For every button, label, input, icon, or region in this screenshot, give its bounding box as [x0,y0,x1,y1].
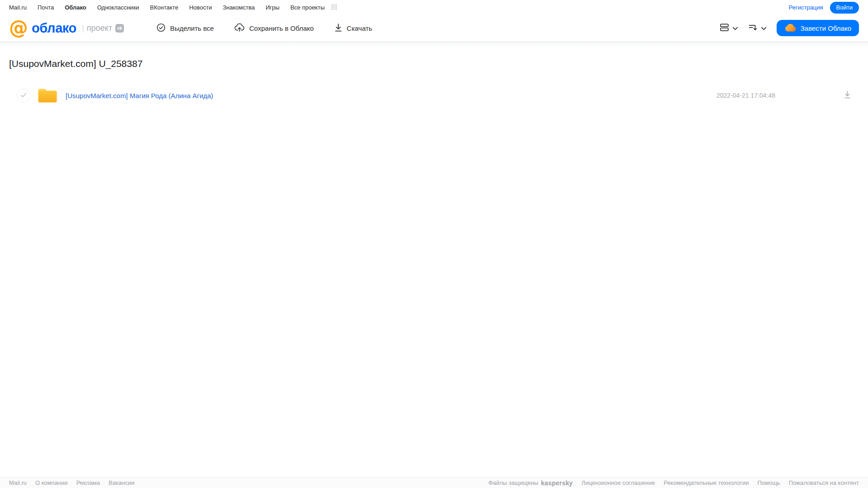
kaspersky-logo[interactable]: kaspersky [541,479,573,487]
get-cloud-label: Завести Облако [801,24,851,32]
cloud-logo-icon [784,23,797,33]
nav-link-mail[interactable]: Почта [38,4,54,11]
sort-icon [748,23,758,33]
portal-auth: Регистрация Войти [789,2,859,14]
row-checkbox[interactable] [17,89,30,102]
vk-badge-icon: vk [115,24,124,33]
nav-link-all-projects[interactable]: Все проекты [290,4,325,11]
list-view-icon [720,23,729,33]
page-title: [UsupovMarket.com] U_258387 [9,58,859,69]
login-button[interactable]: Войти [830,2,859,14]
logo-separator: | [82,23,84,33]
protected-label: Файлы защищены [489,479,538,486]
footer-link-help[interactable]: Помощь [757,479,780,486]
sort-dropdown[interactable] [748,23,767,33]
row-download-button[interactable] [843,90,852,100]
grid-dots-icon [331,4,337,11]
header-shadow [0,41,868,47]
download-icon [334,23,342,33]
footer-link-license[interactable]: Лицензионное соглашение [581,479,655,486]
header-right-controls: Завести Облако [720,20,859,36]
nav-link-news[interactable]: Новости [189,4,212,11]
footer-link-recommendation-tech[interactable]: Рекомендательные технологии [664,479,749,486]
download-label: Скачать [347,24,372,32]
portal-navbar: Mail.ru Почта Облако Одноклассники ВКонт… [0,0,868,15]
download-icon [843,90,852,100]
save-to-cloud-label: Сохранить в Облако [249,24,314,32]
nav-link-mailru[interactable]: Mail.ru [9,4,27,11]
nav-link-vkontakte[interactable]: ВКонтакте [150,4,179,11]
file-actions-toolbar: Выделить все Сохранить в Облако Скачать [157,23,372,33]
footer-link-jobs[interactable]: Вакансии [109,479,134,486]
footer-link-mailru[interactable]: Mail.ru [9,479,27,486]
nav-link-games[interactable]: Игры [266,4,280,11]
checkmark-icon [20,91,27,99]
select-all-label: Выделить все [170,24,214,32]
check-circle-icon [157,23,166,33]
footer: Mail.ru О компании Реклама Вакансии Файл… [0,477,868,488]
mailru-at-icon: @ [9,19,28,37]
app-header: @ облако | проект vk Выделить все Сохран… [0,15,868,41]
chevron-down-icon [761,25,767,32]
footer-left-links: Mail.ru О компании Реклама Вакансии [9,479,134,486]
view-mode-dropdown[interactable] [720,23,738,33]
save-to-cloud-button[interactable]: Сохранить в Облако [234,23,314,33]
logo-project-label: проект [87,24,112,33]
kaspersky-protection: Файлы защищены kaspersky [489,479,573,487]
file-row[interactable]: [UsupovMarket.com] Магия Рода (Алина Аги… [9,85,859,106]
download-button[interactable]: Скачать [334,23,372,33]
get-cloud-button[interactable]: Завести Облако [777,20,859,36]
registration-link[interactable]: Регистрация [789,4,823,11]
nav-link-odnoklassniki[interactable]: Одноклассники [97,4,139,11]
portal-nav-links: Mail.ru Почта Облако Одноклассники ВКонт… [9,4,337,11]
chevron-down-icon [732,25,738,32]
footer-right-links: Файлы защищены kaspersky Лицензионное со… [489,479,859,487]
footer-link-report-content[interactable]: Пожаловаться на контент [789,479,859,486]
shared-folder-content: [UsupovMarket.com] U_258387 [UsupovMarke… [0,58,868,106]
folder-icon[interactable] [37,87,58,104]
cloud-logo[interactable]: @ облако | проект vk [9,19,124,37]
footer-link-about[interactable]: О компании [35,479,68,486]
select-all-button[interactable]: Выделить все [157,23,214,33]
projects-grid-button[interactable] [331,4,337,11]
nav-link-dating[interactable]: Знакомства [223,4,255,11]
file-name-link[interactable]: [UsupovMarket.com] Магия Рода (Алина Аги… [66,92,213,99]
nav-link-cloud[interactable]: Облако [65,4,86,11]
logo-product-name: облако [32,21,76,36]
cloud-upload-icon [234,23,245,33]
file-modified-date: 2022-04-21 17:04:48 [716,92,775,99]
footer-link-ads[interactable]: Реклама [76,479,100,486]
